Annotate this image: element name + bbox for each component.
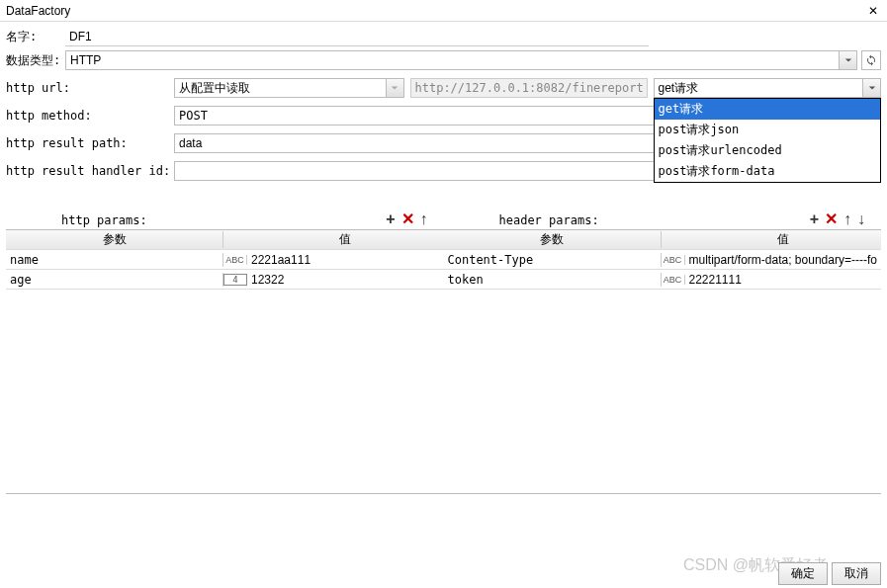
header-up-icon[interactable]: ↑	[843, 211, 851, 227]
header-th-param: 参数	[444, 231, 662, 248]
dropdown-item-post-urlencoded[interactable]: post请求urlencoded	[655, 140, 881, 161]
table-row[interactable]: age 4 12322	[6, 270, 444, 290]
cancel-button[interactable]: 取消	[832, 562, 881, 585]
http-params-body: name ABC 2221aa111 age 4 12322	[6, 250, 444, 493]
http-method-label: http method:	[6, 109, 174, 123]
name-input[interactable]	[65, 27, 649, 46]
datatype-combo[interactable]	[66, 51, 839, 69]
header-params-panel: header params: + ✕ ↑ ↓ 参数 值 Content-Type	[444, 211, 882, 494]
type-icon[interactable]: ABC	[662, 255, 685, 265]
header-th-value: 值	[685, 231, 882, 248]
close-icon[interactable]: ✕	[865, 3, 881, 19]
datatype-dropdown-arrow[interactable]	[839, 51, 856, 69]
request-type-arrow[interactable]	[862, 79, 880, 97]
header-params-body: Content-Type ABC multipart/form-data; bo…	[444, 250, 882, 493]
request-type-combo[interactable]	[655, 79, 863, 97]
http-params-panel: http params: + ✕ ↑ 参数 值 name ABC	[6, 211, 444, 494]
table-row[interactable]: Content-Type ABC multipart/form-data; bo…	[444, 250, 882, 270]
http-delete-icon[interactable]: ✕	[401, 211, 414, 227]
http-result-path-label: http result path:	[6, 136, 174, 150]
url-source-combo[interactable]	[175, 79, 386, 97]
request-type-dropdown: get请求 post请求json post请求urlencoded post请求…	[654, 98, 882, 183]
window-title: DataFactory	[6, 4, 70, 18]
header-add-icon[interactable]: +	[810, 211, 819, 227]
type-icon[interactable]: 4	[223, 274, 247, 286]
url-source-arrow[interactable]	[386, 79, 403, 97]
titlebar: DataFactory ✕	[0, 0, 887, 22]
table-row[interactable]: token ABC 22221111	[444, 270, 882, 290]
datatype-label: 数据类型:	[6, 52, 65, 69]
http-url-label: http url:	[6, 81, 174, 95]
http-th-param: 参数	[6, 231, 223, 248]
dropdown-item-post-formdata[interactable]: post请求form-data	[655, 161, 881, 182]
http-th-value: 值	[247, 231, 444, 248]
table-row[interactable]: name ABC 2221aa111	[6, 250, 444, 270]
http-up-icon[interactable]: ↑	[420, 211, 428, 227]
url-readonly	[410, 78, 648, 98]
header-params-title: header params:	[499, 213, 599, 227]
http-params-title: http params:	[61, 213, 147, 227]
type-icon[interactable]: ABC	[223, 255, 247, 265]
ok-button[interactable]: 确定	[778, 562, 828, 585]
dropdown-item-post-json[interactable]: post请求json	[655, 120, 881, 140]
dropdown-item-get[interactable]: get请求	[655, 99, 881, 120]
http-add-icon[interactable]: +	[386, 211, 395, 227]
http-result-handler-label: http result handler id:	[6, 164, 174, 178]
name-label: 名字:	[6, 29, 65, 45]
type-icon[interactable]: ABC	[662, 275, 685, 285]
refresh-icon[interactable]	[861, 50, 881, 70]
header-delete-icon[interactable]: ✕	[825, 211, 838, 227]
header-down-icon[interactable]: ↓	[857, 211, 865, 227]
